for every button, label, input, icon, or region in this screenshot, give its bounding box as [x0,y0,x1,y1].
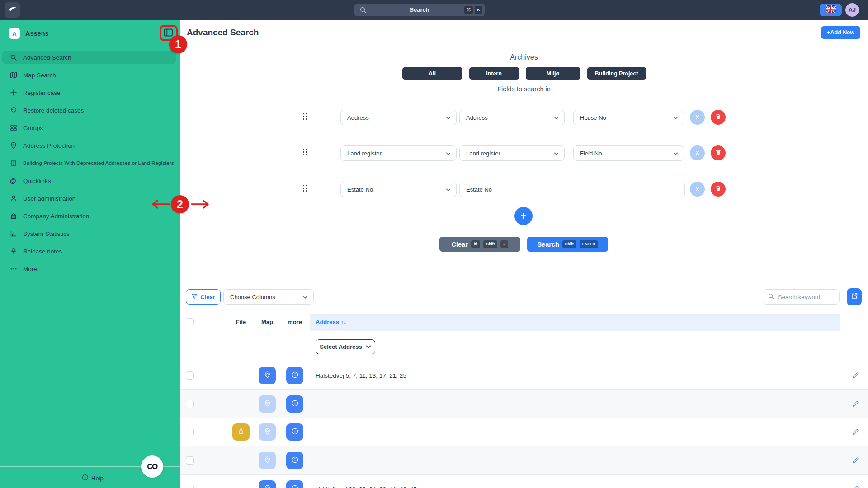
clear-search-button[interactable]: Clear ⌘ Shift Z [439,237,520,252]
language-button[interactable] [820,4,842,16]
edit-button[interactable] [852,428,859,437]
sidebar-item-groups[interactable]: Groups [2,121,176,135]
edit-button[interactable] [852,372,859,381]
sidebar-item-release-notes[interactable]: Release notes [2,244,176,258]
divider [180,312,868,312]
map-pin-icon [264,484,271,488]
run-search-button[interactable]: Search Shift ENTER [527,237,608,252]
delete-row-button[interactable] [711,182,726,197]
drag-handle-icon[interactable] [303,149,307,155]
sidebar-item-system-statistics[interactable]: System Statistics [2,227,176,240]
info-button[interactable] [286,423,303,441]
clear-row-button[interactable]: X [690,145,705,160]
field-select[interactable]: House No [573,110,684,125]
row-checkbox[interactable] [186,456,194,465]
drag-handle-icon[interactable] [303,185,307,192]
delete-row-button[interactable] [711,110,726,125]
org-avatar[interactable]: A [9,28,20,39]
chevron-down-icon [673,114,678,121]
sidebar-item-more[interactable]: More [2,262,176,276]
archive-tab-all[interactable]: All [402,67,462,80]
app-logo[interactable] [5,2,20,18]
lock-icon [237,427,245,436]
info-button[interactable] [286,395,303,413]
info-button[interactable] [286,367,303,384]
sidebar-item-address-protection[interactable]: Address Protection [2,139,176,152]
external-link-icon [851,292,858,301]
row-checkbox[interactable] [186,485,194,488]
choose-columns-select[interactable]: Choose Columns [223,289,314,305]
key-badge-cmd: ⌘ [464,6,473,14]
field-select[interactable]: Field No [573,145,684,161]
sidebar-item-map-search[interactable]: Map Search [2,68,176,82]
search-field-row: Estate No X [180,182,868,197]
add-row-button[interactable]: + [514,207,533,225]
map-button[interactable] [259,480,276,488]
field-select[interactable]: Address [340,110,457,125]
help-link[interactable]: Help [82,474,104,482]
export-button[interactable] [847,288,862,305]
clear-row-button[interactable]: X [690,182,705,197]
select-address-button[interactable]: Select Address [316,339,375,354]
info-button[interactable] [286,452,303,469]
ellipsis-icon [10,265,17,272]
key-badge-shift: Shift [562,240,576,248]
row-checkbox[interactable] [186,428,194,436]
edit-button[interactable] [852,400,859,409]
edit-button[interactable] [852,457,859,466]
chat-widget-button[interactable]: CO [141,455,163,478]
sidebar-item-building-projects[interactable]: Building Projects With Deprecated Addres… [2,156,176,170]
row-checkbox[interactable] [186,371,194,380]
info-button[interactable] [286,480,303,488]
select-all-checkbox[interactable] [186,318,194,326]
map-pin-icon [264,456,271,465]
sidebar-item-quicklinks[interactable]: @ Quicklinks [2,174,176,188]
clear-filter-button[interactable]: Clear [186,289,221,305]
table-row[interactable] [180,418,868,446]
map-button-disabled [259,395,276,413]
trash-icon [715,149,722,157]
global-search-button[interactable]: Search ⌘ K [354,4,485,16]
sidebar-item-register-case[interactable]: Register case [2,86,176,99]
sidebar-item-advanced-search[interactable]: Advanced Search [2,51,176,64]
keyword-search-input[interactable] [778,294,832,300]
estate-no-input[interactable] [459,182,685,197]
archive-tab-intern[interactable]: Intern [469,67,519,80]
field-select[interactable]: Land register [340,145,457,161]
archive-tab-building-project[interactable]: Building Project [587,67,646,80]
address-cell: Voldtoftevej 20, 22, 24, 28, 41, 43, 45 [316,486,417,488]
pencil-icon [852,429,859,437]
clear-row-button[interactable]: X [690,110,705,125]
grid-icon [10,124,17,131]
column-address-sort[interactable]: Address↑↓ [316,319,406,325]
field-select[interactable]: Estate No [340,182,457,197]
row-checkbox[interactable] [186,400,194,408]
info-icon [82,474,89,482]
drag-handle-icon[interactable] [303,113,307,120]
pencil-icon [852,486,859,488]
sidebar-item-restore-deleted-cases[interactable]: Restore deleted cases [2,103,176,117]
lock-button[interactable] [232,423,250,441]
table-row[interactable] [180,446,868,474]
user-avatar[interactable]: AJ [845,3,859,17]
table-row[interactable] [180,389,868,418]
plus-icon [10,89,17,96]
key-badge-z: Z [500,240,508,248]
company-icon [10,212,17,220]
org-name: Assens [25,30,49,37]
location-pin-icon [10,142,17,149]
field-select[interactable]: Land register [459,145,565,161]
edit-button[interactable] [852,485,859,488]
archive-tab-miljo[interactable]: Miljø [526,67,580,80]
table-row[interactable]: Halstedvej 5, 7, 11, 13, 17, 21, 25 [180,361,868,389]
map-button[interactable] [259,367,276,384]
fields-to-search-label: Fields to search in [180,85,868,93]
column-more: more [286,319,304,325]
pencil-icon [852,373,859,380]
field-select[interactable]: Address [459,110,565,125]
map-button-disabled [259,452,276,469]
add-new-button[interactable]: +Add New [821,26,860,39]
page-title: Advanced Search [187,28,259,38]
delete-row-button[interactable] [711,145,726,160]
table-row[interactable]: Voldtoftevej 20, 22, 24, 28, 41, 43, 45 [180,474,868,488]
